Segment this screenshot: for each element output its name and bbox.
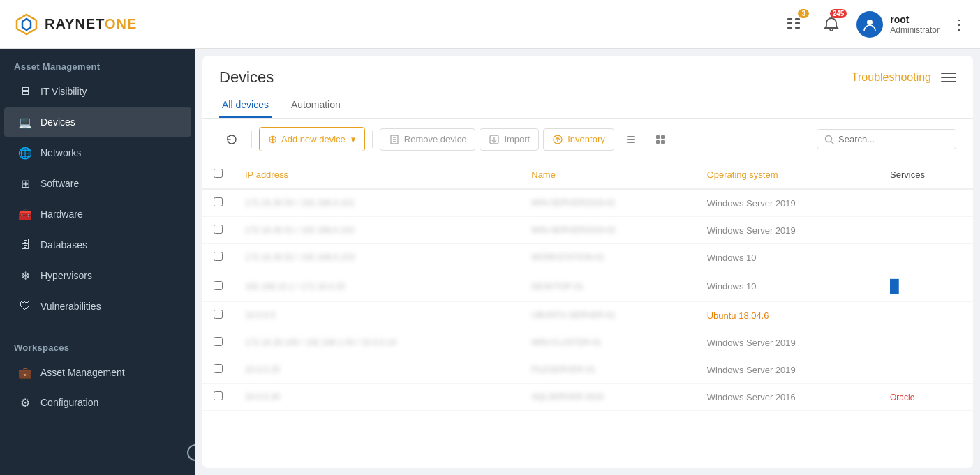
col-header-os: Operating system <box>696 160 879 189</box>
toolbar: ⊕ Add new device ▾ Remove device Import … <box>202 119 973 160</box>
devices-icon: 💻 <box>18 115 32 129</box>
row-checkbox-cell[interactable] <box>202 244 234 271</box>
table-row: 192.168.10.1 / 172.16.0.20 DESKTOP-01 Wi… <box>202 271 973 302</box>
refresh-button[interactable] <box>219 129 244 150</box>
svg-rect-1 <box>787 22 792 24</box>
cell-name: WIN-SERVER2019-02 <box>520 217 695 244</box>
row-checkbox[interactable] <box>214 252 223 261</box>
networks-icon: 🌐 <box>18 146 32 160</box>
sidebar-label-asset-management-workspace: Asset Management <box>40 367 125 378</box>
inventory-button[interactable]: Inventory <box>543 128 614 151</box>
remove-device-button[interactable]: Remove device <box>380 128 476 151</box>
service-oracle-label: Oracle <box>890 393 914 402</box>
sidebar-item-devices[interactable]: 💻 Devices <box>4 107 191 137</box>
row-checkbox[interactable] <box>214 310 223 319</box>
tab-automation[interactable]: Automation <box>288 93 343 118</box>
sidebar-section-workspaces: Workspaces <box>0 330 195 357</box>
user-name: root <box>890 14 940 25</box>
cell-ip: 172.16.30.52 / 192.168.0.103 <box>234 244 520 271</box>
row-checkbox-cell[interactable] <box>202 189 234 217</box>
row-checkbox-cell[interactable] <box>202 384 234 411</box>
tab-all-devices[interactable]: All devices <box>219 93 272 118</box>
row-checkbox-cell[interactable] <box>202 356 234 384</box>
row-checkbox[interactable] <box>214 225 223 234</box>
sidebar-item-networks[interactable]: 🌐 Networks <box>4 138 191 167</box>
svg-rect-20 <box>656 140 660 144</box>
apps-button[interactable]: 3 <box>781 12 806 37</box>
row-checkbox[interactable] <box>214 281 223 290</box>
user-section[interactable]: root Administrator <box>856 11 940 38</box>
add-device-button[interactable]: ⊕ Add new device ▾ <box>259 127 365 151</box>
sidebar-item-vulnerabilities[interactable]: 🛡 Vulnerabilities <box>4 292 191 321</box>
cell-ip: 10.0.0.20 <box>234 356 520 384</box>
sidebar-item-databases[interactable]: 🗄 Databases <box>4 230 191 259</box>
sidebar-label-hypervisors: Hypervisors <box>40 270 92 281</box>
row-checkbox[interactable] <box>214 337 223 346</box>
cell-ip: 10.0.0.30 <box>234 384 520 411</box>
cell-name: WORKSTATION-01 <box>520 244 695 271</box>
import-button[interactable]: Import <box>480 128 539 151</box>
remove-icon <box>389 134 400 145</box>
cell-os: Ubuntu 18.04.6 <box>696 302 879 329</box>
svg-rect-19 <box>661 135 665 139</box>
svg-rect-17 <box>627 142 635 143</box>
cell-name: FILESERVER-01 <box>520 356 695 384</box>
add-icon: ⊕ <box>268 133 277 146</box>
notifications-button[interactable]: 245 <box>819 12 844 37</box>
sidebar-item-hardware[interactable]: 🧰 Hardware <box>4 199 191 229</box>
col-header-ip: IP address <box>234 160 520 189</box>
sidebar-item-asset-management-workspace[interactable]: 💼 Asset Management <box>4 358 191 387</box>
cell-service <box>879 302 973 329</box>
main-layout: Asset Management 🖥 IT Visibility 💻 Devic… <box>0 49 980 475</box>
sidebar-item-hypervisors[interactable]: ❄ Hypervisors <box>4 261 191 290</box>
user-role: Administrator <box>890 25 940 35</box>
row-checkbox-cell[interactable] <box>202 271 234 302</box>
svg-line-23 <box>831 141 834 144</box>
cell-ip: 172.16.30.50 / 192.168.0.101 <box>234 189 520 217</box>
cell-service <box>879 217 973 244</box>
sidebar-collapse-button[interactable]: ‹ <box>187 444 195 461</box>
asset-management-workspace-icon: 💼 <box>18 365 32 379</box>
search-input[interactable] <box>838 134 943 144</box>
user-info: root Administrator <box>890 14 940 35</box>
row-checkbox[interactable] <box>214 391 223 400</box>
sidebar: Asset Management 🖥 IT Visibility 💻 Devic… <box>0 49 195 475</box>
content-area: Devices Troubleshooting All devices Auto… <box>202 56 973 468</box>
more-button[interactable]: ⋮ <box>952 16 966 33</box>
toolbar-divider-1 <box>251 131 252 148</box>
cell-name: UBUNTU-SERVER-01 <box>520 302 695 329</box>
sidebar-item-software[interactable]: ⊞ Software <box>4 169 191 198</box>
search-icon <box>824 135 834 144</box>
sidebar-label-networks: Networks <box>40 147 81 158</box>
cell-service <box>879 189 973 217</box>
menu-line-2 <box>941 77 956 78</box>
menu-lines-button[interactable] <box>941 73 956 82</box>
sidebar-item-configuration[interactable]: ⚙ Configuration <box>4 388 191 417</box>
row-checkbox-cell[interactable] <box>202 217 234 244</box>
hardware-icon: 🧰 <box>18 207 32 221</box>
cell-name: DESKTOP-01 <box>520 271 695 302</box>
select-all-checkbox[interactable] <box>214 169 223 178</box>
row-checkbox[interactable] <box>214 197 223 206</box>
view-toggle-1[interactable] <box>618 129 644 150</box>
view-toggle-2[interactable] <box>648 129 673 150</box>
row-checkbox[interactable] <box>214 364 223 373</box>
software-icon: ⊞ <box>18 176 32 190</box>
notifications-badge: 245 <box>830 9 847 18</box>
sidebar-label-vulnerabilities: Vulnerabilities <box>40 301 101 312</box>
row-checkbox-cell[interactable] <box>202 302 234 329</box>
cell-ip: 172.16.30.100 / 192.168.1.50 / 10.0.0.10 <box>234 329 520 356</box>
sidebar-section-asset-management: Asset Management <box>0 49 195 76</box>
workspaces-section: Workspaces 💼 Asset Management ⚙ Configur… <box>0 330 195 418</box>
toolbar-divider-2 <box>372 131 373 148</box>
sidebar-item-it-visibility[interactable]: 🖥 IT Visibility <box>4 77 191 106</box>
refresh-icon <box>226 134 237 145</box>
cell-service <box>879 329 973 356</box>
troubleshooting-link[interactable]: Troubleshooting <box>852 71 931 84</box>
sidebar-label-devices: Devices <box>40 116 75 128</box>
row-checkbox-cell[interactable] <box>202 329 234 356</box>
svg-rect-16 <box>627 139 635 140</box>
select-all-header[interactable] <box>202 160 234 189</box>
col-header-name: Name <box>520 160 695 189</box>
table-row: 10.0.0.30 SQLSERVER-2016 Windows Server … <box>202 384 973 411</box>
